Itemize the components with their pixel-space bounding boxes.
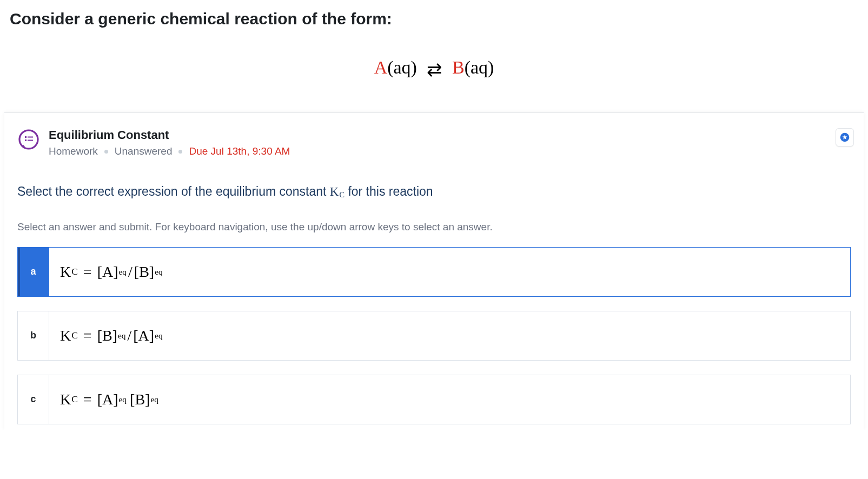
term-1-sub: eq	[118, 267, 127, 277]
answer-option-a[interactable]: a KC = [A]eq/[B]eq	[17, 247, 851, 297]
meta-category: Homework	[49, 145, 98, 157]
question-title: Equilibrium Constant	[49, 128, 851, 142]
close-bracket: ]	[149, 327, 154, 344]
answer-letter: b	[18, 311, 49, 360]
term-1: B	[102, 327, 112, 344]
term-2: B	[135, 391, 145, 408]
open-bracket: [	[130, 391, 135, 408]
answer-expression: KC = [A]eq/[B]eq	[49, 248, 174, 296]
svg-rect-3	[25, 139, 26, 141]
open-bracket: [	[134, 263, 139, 281]
answer-list: a KC = [A]eq/[B]eq b KC = [B]eq/[A]eq c …	[17, 247, 851, 424]
reactant-phase: (aq)	[387, 57, 417, 77]
open-bracket: [	[97, 327, 102, 344]
term-2-sub: eq	[150, 395, 158, 404]
answer-option-c[interactable]: c KC = [A]eq[B]eq	[17, 375, 851, 424]
reaction-equation: A(aq) ⇄ B(aq)	[0, 36, 868, 112]
product-phase: (aq)	[465, 57, 494, 77]
svg-rect-1	[25, 136, 26, 138]
equals-sign: =	[83, 263, 92, 281]
bookmark-button[interactable]	[836, 128, 854, 147]
prompt-k: K	[330, 185, 339, 198]
close-bracket: ]	[112, 327, 117, 344]
question-meta: Homework Unanswered Due Jul 13th, 9:30 A…	[49, 145, 851, 157]
k-symbol: K	[60, 391, 71, 408]
close-bracket: ]	[145, 391, 150, 408]
equals-sign: =	[83, 391, 92, 408]
term-2-sub: eq	[154, 331, 163, 341]
term-1: A	[102, 391, 113, 408]
question-card: Equilibrium Constant Homework Unanswered…	[4, 112, 864, 430]
answer-letter: c	[18, 375, 49, 424]
answer-expression: KC = [B]eq/[A]eq	[49, 311, 174, 360]
question-prompt: Select the correct expression of the equ…	[17, 182, 851, 202]
term-1-sub: eq	[118, 395, 127, 404]
term-2: B	[139, 263, 149, 281]
meta-status: Unanswered	[115, 145, 173, 157]
meta-separator-icon	[178, 150, 182, 154]
reactant-species: A	[374, 57, 388, 77]
k-subscript: C	[71, 330, 78, 341]
k-subscript: C	[71, 394, 78, 405]
term-2-sub: eq	[154, 267, 163, 277]
k-symbol: K	[60, 263, 71, 281]
answer-option-b[interactable]: b KC = [B]eq/[A]eq	[17, 311, 851, 361]
term-2: A	[138, 327, 149, 344]
equilibrium-arrow-icon: ⇄	[427, 58, 442, 80]
operator: /	[128, 327, 132, 344]
answer-expression: KC = [A]eq[B]eq	[49, 375, 169, 424]
open-bracket: [	[97, 263, 102, 281]
meta-separator-icon	[104, 150, 108, 154]
meta-due: Due Jul 13th, 9:30 AM	[189, 145, 290, 157]
prompt-post: for this reaction	[344, 184, 433, 198]
operator: /	[128, 263, 132, 281]
term-1: A	[102, 263, 113, 281]
prompt-k-sub: C	[339, 190, 344, 199]
page-title: Consider a generic chemical reaction of …	[0, 0, 868, 36]
open-bracket: [	[97, 391, 102, 408]
question-header: Equilibrium Constant Homework Unanswered…	[17, 128, 851, 157]
product-species: B	[452, 57, 465, 77]
question-type-icon	[17, 128, 40, 151]
svg-point-0	[19, 130, 38, 149]
equals-sign: =	[83, 327, 92, 344]
term-1-sub: eq	[117, 331, 126, 341]
svg-rect-4	[28, 140, 33, 141]
close-bracket: ]	[113, 263, 118, 281]
answer-instructions: Select an answer and submit. For keyboar…	[17, 221, 851, 233]
close-bracket: ]	[113, 391, 118, 408]
star-icon	[840, 132, 850, 142]
k-subscript: C	[71, 267, 78, 277]
svg-rect-2	[28, 137, 33, 138]
open-bracket: [	[133, 327, 138, 344]
prompt-pre: Select the correct expression of the equ…	[17, 184, 330, 198]
close-bracket: ]	[149, 263, 154, 281]
k-symbol: K	[60, 327, 71, 344]
answer-letter: a	[18, 248, 49, 296]
